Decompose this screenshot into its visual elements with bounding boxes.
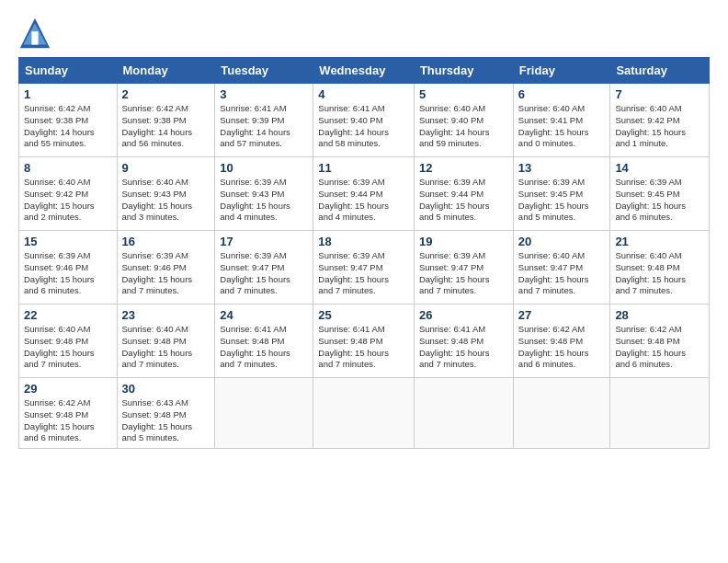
calendar-cell [513, 378, 610, 449]
calendar: SundayMondayTuesdayWednesdayThursdayFrid… [18, 57, 710, 449]
calendar-header-sunday: Sunday [19, 58, 118, 84]
logo-icon [18, 17, 51, 50]
calendar-cell: 8Sunrise: 6:40 AM Sunset: 9:42 PM Daylig… [19, 157, 118, 231]
day-number: 8 [24, 161, 112, 175]
calendar-cell: 17Sunrise: 6:39 AM Sunset: 9:47 PM Dayli… [215, 231, 313, 304]
calendar-cell: 19Sunrise: 6:39 AM Sunset: 9:47 PM Dayli… [414, 231, 513, 304]
logo [18, 17, 55, 50]
calendar-week-1: 8Sunrise: 6:40 AM Sunset: 9:42 PM Daylig… [19, 157, 710, 231]
calendar-cell: 25Sunrise: 6:41 AM Sunset: 9:48 PM Dayli… [313, 304, 415, 378]
day-info: Sunrise: 6:39 AM Sunset: 9:46 PM Dayligh… [24, 250, 112, 297]
calendar-cell: 3Sunrise: 6:41 AM Sunset: 9:39 PM Daylig… [215, 84, 313, 157]
calendar-week-3: 22Sunrise: 6:40 AM Sunset: 9:48 PM Dayli… [19, 304, 710, 378]
day-number: 3 [220, 87, 308, 101]
calendar-cell: 16Sunrise: 6:39 AM Sunset: 9:46 PM Dayli… [117, 231, 215, 304]
day-number: 1 [24, 87, 112, 101]
calendar-cell: 21Sunrise: 6:40 AM Sunset: 9:48 PM Dayli… [610, 231, 710, 304]
calendar-cell: 14Sunrise: 6:39 AM Sunset: 9:45 PM Dayli… [610, 157, 710, 231]
day-info: Sunrise: 6:40 AM Sunset: 9:40 PM Dayligh… [419, 103, 508, 150]
day-number: 14 [615, 161, 704, 175]
calendar-cell: 11Sunrise: 6:39 AM Sunset: 9:44 PM Dayli… [313, 157, 415, 231]
day-number: 9 [122, 161, 210, 175]
calendar-cell: 13Sunrise: 6:39 AM Sunset: 9:45 PM Dayli… [513, 157, 610, 231]
day-number: 21 [615, 235, 704, 248]
day-info: Sunrise: 6:40 AM Sunset: 9:48 PM Dayligh… [122, 324, 210, 371]
day-info: Sunrise: 6:41 AM Sunset: 9:48 PM Dayligh… [419, 324, 508, 371]
day-number: 17 [220, 235, 308, 248]
day-number: 27 [518, 308, 606, 322]
day-number: 24 [220, 308, 308, 322]
calendar-header-friday: Friday [513, 58, 610, 84]
day-number: 22 [24, 308, 112, 322]
calendar-cell: 2Sunrise: 6:42 AM Sunset: 9:38 PM Daylig… [117, 84, 215, 157]
calendar-cell: 5Sunrise: 6:40 AM Sunset: 9:40 PM Daylig… [414, 84, 513, 157]
calendar-header-saturday: Saturday [610, 58, 710, 84]
day-number: 15 [24, 235, 112, 248]
day-number: 6 [518, 87, 606, 101]
calendar-cell: 24Sunrise: 6:41 AM Sunset: 9:48 PM Dayli… [215, 304, 313, 378]
calendar-week-2: 15Sunrise: 6:39 AM Sunset: 9:46 PM Dayli… [19, 231, 710, 304]
day-info: Sunrise: 6:39 AM Sunset: 9:44 PM Dayligh… [419, 177, 508, 224]
page-container: SundayMondayTuesdayWednesdayThursdayFrid… [0, 0, 728, 458]
day-info: Sunrise: 6:40 AM Sunset: 9:41 PM Dayligh… [518, 103, 606, 150]
day-number: 18 [318, 235, 409, 248]
day-number: 13 [518, 161, 606, 175]
day-number: 30 [122, 382, 210, 396]
day-info: Sunrise: 6:39 AM Sunset: 9:44 PM Dayligh… [318, 177, 409, 224]
day-number: 2 [122, 87, 210, 101]
calendar-cell: 18Sunrise: 6:39 AM Sunset: 9:47 PM Dayli… [313, 231, 415, 304]
day-info: Sunrise: 6:40 AM Sunset: 9:43 PM Dayligh… [122, 177, 210, 224]
day-info: Sunrise: 6:41 AM Sunset: 9:39 PM Dayligh… [220, 103, 308, 150]
day-number: 7 [615, 87, 704, 101]
calendar-cell: 9Sunrise: 6:40 AM Sunset: 9:43 PM Daylig… [117, 157, 215, 231]
day-number: 25 [318, 308, 409, 322]
day-info: Sunrise: 6:39 AM Sunset: 9:45 PM Dayligh… [615, 177, 704, 224]
day-info: Sunrise: 6:41 AM Sunset: 9:48 PM Dayligh… [318, 324, 409, 371]
calendar-cell: 20Sunrise: 6:40 AM Sunset: 9:47 PM Dayli… [513, 231, 610, 304]
day-info: Sunrise: 6:39 AM Sunset: 9:47 PM Dayligh… [220, 250, 308, 297]
day-number: 11 [318, 161, 409, 175]
header [18, 17, 710, 50]
calendar-cell: 26Sunrise: 6:41 AM Sunset: 9:48 PM Dayli… [414, 304, 513, 378]
day-info: Sunrise: 6:43 AM Sunset: 9:48 PM Dayligh… [122, 397, 210, 444]
day-number: 23 [122, 308, 210, 322]
day-info: Sunrise: 6:42 AM Sunset: 9:48 PM Dayligh… [518, 324, 606, 371]
calendar-week-0: 1Sunrise: 6:42 AM Sunset: 9:38 PM Daylig… [19, 84, 710, 157]
day-info: Sunrise: 6:39 AM Sunset: 9:45 PM Dayligh… [518, 177, 606, 224]
day-info: Sunrise: 6:40 AM Sunset: 9:47 PM Dayligh… [518, 250, 606, 297]
day-number: 12 [419, 161, 508, 175]
day-info: Sunrise: 6:41 AM Sunset: 9:40 PM Dayligh… [318, 103, 409, 150]
day-number: 16 [122, 235, 210, 248]
calendar-cell: 29Sunrise: 6:42 AM Sunset: 9:48 PM Dayli… [19, 378, 118, 449]
day-info: Sunrise: 6:39 AM Sunset: 9:43 PM Dayligh… [220, 177, 308, 224]
calendar-cell: 10Sunrise: 6:39 AM Sunset: 9:43 PM Dayli… [215, 157, 313, 231]
day-info: Sunrise: 6:40 AM Sunset: 9:42 PM Dayligh… [24, 177, 112, 224]
day-info: Sunrise: 6:40 AM Sunset: 9:48 PM Dayligh… [615, 250, 704, 297]
day-info: Sunrise: 6:40 AM Sunset: 9:42 PM Dayligh… [615, 103, 704, 150]
day-number: 29 [24, 382, 112, 396]
calendar-cell: 1Sunrise: 6:42 AM Sunset: 9:38 PM Daylig… [19, 84, 118, 157]
day-number: 4 [318, 87, 409, 101]
calendar-cell: 28Sunrise: 6:42 AM Sunset: 9:48 PM Dayli… [610, 304, 710, 378]
day-info: Sunrise: 6:42 AM Sunset: 9:48 PM Dayligh… [615, 324, 704, 371]
day-number: 28 [615, 308, 704, 322]
calendar-cell: 30Sunrise: 6:43 AM Sunset: 9:48 PM Dayli… [117, 378, 215, 449]
calendar-cell: 27Sunrise: 6:42 AM Sunset: 9:48 PM Dayli… [513, 304, 610, 378]
day-info: Sunrise: 6:39 AM Sunset: 9:47 PM Dayligh… [318, 250, 409, 297]
calendar-header-tuesday: Tuesday [215, 58, 313, 84]
calendar-cell: 6Sunrise: 6:40 AM Sunset: 9:41 PM Daylig… [513, 84, 610, 157]
calendar-cell [414, 378, 513, 449]
day-info: Sunrise: 6:42 AM Sunset: 9:48 PM Dayligh… [24, 397, 112, 444]
calendar-cell: 23Sunrise: 6:40 AM Sunset: 9:48 PM Dayli… [117, 304, 215, 378]
day-info: Sunrise: 6:40 AM Sunset: 9:48 PM Dayligh… [24, 324, 112, 371]
calendar-cell: 15Sunrise: 6:39 AM Sunset: 9:46 PM Dayli… [19, 231, 118, 304]
calendar-cell [610, 378, 710, 449]
calendar-cell [215, 378, 313, 449]
calendar-cell: 12Sunrise: 6:39 AM Sunset: 9:44 PM Dayli… [414, 157, 513, 231]
calendar-header-monday: Monday [117, 58, 215, 84]
calendar-header-thursday: Thursday [414, 58, 513, 84]
calendar-week-4: 29Sunrise: 6:42 AM Sunset: 9:48 PM Dayli… [19, 378, 710, 449]
day-info: Sunrise: 6:39 AM Sunset: 9:46 PM Dayligh… [122, 250, 210, 297]
calendar-cell [313, 378, 415, 449]
day-info: Sunrise: 6:39 AM Sunset: 9:47 PM Dayligh… [419, 250, 508, 297]
